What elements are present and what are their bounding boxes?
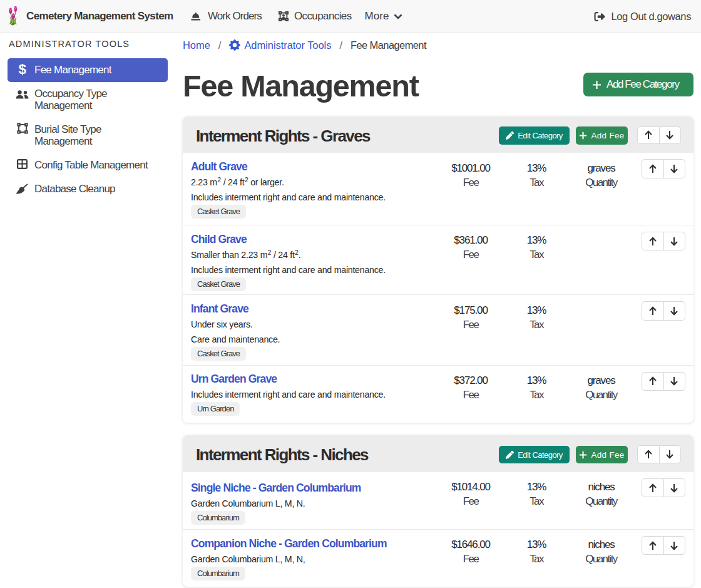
svg-text:$: $ [19,63,26,76]
